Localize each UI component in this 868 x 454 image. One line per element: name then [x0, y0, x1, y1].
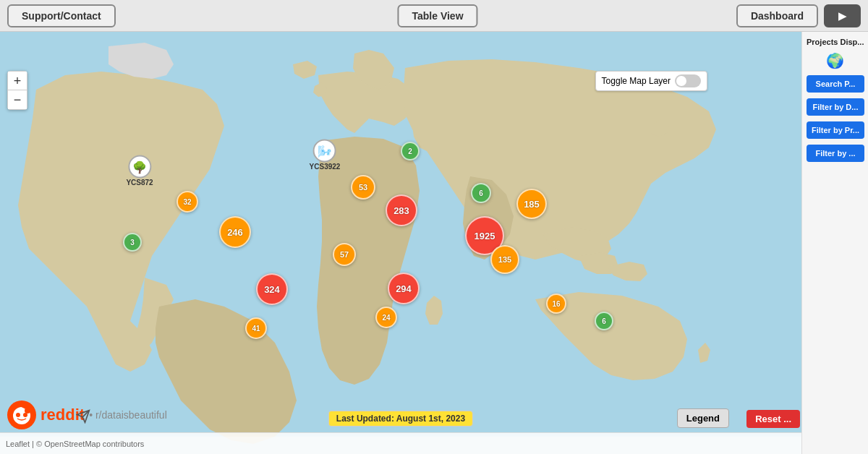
filter-by-d-button[interactable]: Filter by D... — [807, 98, 864, 116]
cluster-marker-c17[interactable]: 6 — [595, 312, 613, 330]
marker-label-ycs3922: YCS3922 — [310, 163, 341, 171]
right-sidebar: Projects Disp... 🌍 Search P... Filter by… — [801, 32, 868, 454]
zoom-out-button[interactable]: − — [8, 90, 27, 109]
cluster-marker-c1[interactable]: 2 — [401, 142, 420, 160]
cluster-marker-c3[interactable]: 283 — [386, 194, 417, 226]
google-earth-icon: 🌍 — [807, 52, 864, 69]
table-view-button[interactable]: Table View — [397, 4, 477, 27]
marker-label-ycs872: YCS872 — [126, 179, 153, 187]
wind-turbine-icon: 🌬️ — [313, 140, 336, 163]
nav-right-button[interactable]: ▶ — [824, 4, 861, 27]
cluster-marker-c13[interactable]: 294 — [388, 273, 420, 304]
leaflet-attribution: Leaflet | © OpenStreetMap contributors — [6, 440, 144, 448]
svg-point-5 — [23, 413, 27, 417]
tree-icon: 🌳 — [128, 155, 151, 179]
search-projects-button[interactable]: Search P... — [807, 75, 864, 93]
send-icon — [76, 409, 90, 424]
cluster-marker-c2[interactable]: 53 — [351, 175, 375, 200]
cluster-marker-c10[interactable]: 32 — [176, 191, 198, 213]
reset-button[interactable]: Reset ... — [746, 410, 800, 428]
icon-marker-ycs872[interactable]: 🌳 YCS872 — [126, 155, 153, 187]
cluster-marker-c8[interactable]: 57 — [333, 243, 356, 266]
reddit-sub: • r/dataisbeautiful — [89, 409, 167, 421]
cluster-marker-c7[interactable]: 135 — [490, 245, 519, 274]
cluster-marker-c11[interactable]: 3 — [123, 233, 142, 252]
zoom-in-button[interactable]: + — [8, 72, 27, 90]
dashboard-button[interactable]: Dashboard — [736, 4, 818, 27]
world-map-svg — [0, 32, 801, 454]
zoom-controls: + − — [7, 71, 27, 110]
legend-button[interactable]: Legend — [677, 408, 729, 428]
cluster-marker-c9[interactable]: 246 — [219, 216, 251, 248]
cluster-marker-c12[interactable]: 324 — [256, 273, 288, 305]
cluster-marker-c5[interactable]: 185 — [516, 189, 547, 219]
share-button[interactable] — [76, 409, 90, 427]
toggle-map-layer-label: Toggle Map Layer — [602, 76, 671, 86]
last-updated-badge: Last Updated: August 1st, 2023 — [328, 411, 473, 427]
map-footer: Leaflet | © OpenStreetMap contributors — [0, 432, 801, 454]
icon-marker-ycs3922[interactable]: 🌬️ YCS3922 — [310, 140, 341, 171]
projects-display-label: Projects Disp... — [807, 38, 864, 46]
toggle-map-layer-switch[interactable] — [675, 74, 701, 87]
filter-by-pr-button[interactable]: Filter by Pr... — [807, 121, 864, 139]
cluster-marker-c14[interactable]: 24 — [375, 307, 397, 328]
map-container: + − Toggle Map Layer 🌬️ YCS3922 🌳 YCS872… — [0, 32, 801, 454]
toggle-knob — [676, 76, 686, 86]
toggle-map-layer-control: Toggle Map Layer — [595, 71, 707, 91]
cluster-marker-c15[interactable]: 41 — [245, 317, 267, 339]
support-contact-button[interactable]: Support/Contact — [7, 4, 116, 27]
filter-by-button[interactable]: Filter by ... — [807, 145, 864, 162]
reddit-logo-icon — [7, 401, 36, 429]
cluster-marker-c4[interactable]: 6 — [471, 183, 491, 203]
header-bar: Support/Contact Table View Dashboard ▶ — [0, 0, 868, 32]
svg-point-4 — [16, 413, 20, 417]
cluster-marker-c16[interactable]: 16 — [546, 294, 566, 314]
